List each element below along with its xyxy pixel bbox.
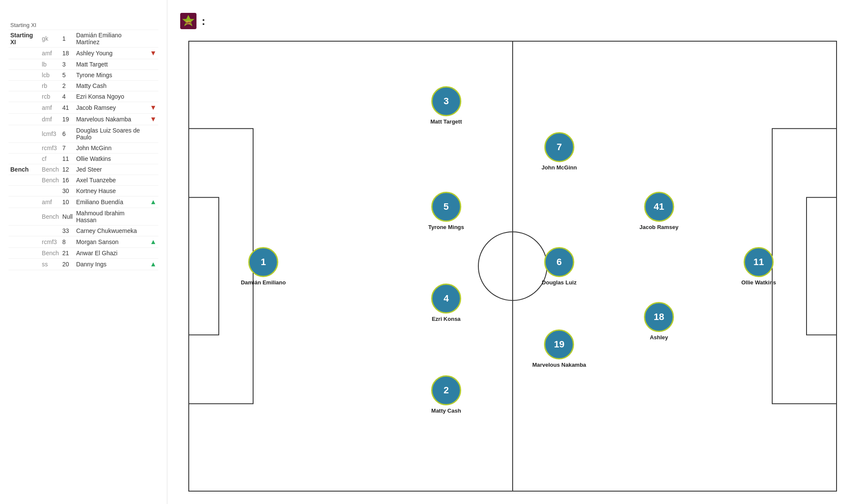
col-section: Starting XI	[9, 21, 40, 30]
row-pos: amf	[40, 102, 61, 114]
player-circle: 41	[644, 192, 674, 222]
row-pos: gk	[40, 30, 61, 48]
player-node: 11Ollie Watkins	[741, 247, 776, 286]
row-section	[9, 102, 40, 114]
row-name: Ollie Watkins	[74, 154, 148, 164]
row-pos: rcb	[40, 91, 61, 102]
row-name: Morgan Sanson	[74, 236, 148, 248]
row-arrow	[148, 154, 158, 164]
table-row: ss20Danny Ings▲	[9, 259, 158, 270]
row-name: Emiliano Buendía	[74, 196, 148, 208]
player-node: 6Douglas Luiz	[542, 247, 577, 286]
row-pos: amf	[40, 48, 61, 59]
row-num: 30	[60, 186, 74, 196]
player-node: 1Damián Emiliano	[241, 247, 286, 286]
row-pos: lcmf3	[40, 125, 61, 143]
row-num: 5	[60, 70, 74, 81]
player-name-label: Ashley	[650, 334, 668, 341]
player-node: 4Ezri Konsa	[431, 284, 461, 322]
row-arrow	[148, 208, 158, 226]
row-section	[9, 91, 40, 102]
table-row: Bench16Axel Tuanzebe	[9, 175, 158, 186]
table-row: dmf19Marvelous Nakamba▼	[9, 114, 158, 125]
table-row: rb2Matty Cash	[9, 81, 158, 91]
row-arrow	[148, 175, 158, 186]
player-node: 19Marvelous Nakamba	[532, 329, 586, 368]
player-name-label: Damián Emiliano	[241, 279, 286, 286]
col-pos	[40, 21, 61, 30]
row-pos: lb	[40, 59, 61, 70]
row-arrow	[148, 91, 158, 102]
row-pos: cf	[40, 154, 61, 164]
table-row: rcmf37John McGinn	[9, 143, 158, 154]
row-name: Jacob Ramsey	[74, 102, 148, 114]
player-node: 41Jacob Ramsey	[639, 192, 678, 230]
table-row: 33Carney Chukwuemeka	[9, 226, 158, 236]
row-num: 18	[60, 48, 74, 59]
row-pos: ss	[40, 259, 61, 270]
row-name: Ezri Konsa Ngoyo	[74, 91, 148, 102]
row-num: 4	[60, 91, 74, 102]
row-pos: rb	[40, 81, 61, 91]
row-num: 7	[60, 143, 74, 154]
row-name: Axel Tuanzebe	[74, 175, 148, 186]
player-name-label: Ollie Watkins	[741, 279, 776, 286]
col-arrow	[148, 21, 158, 30]
row-num: Null	[60, 208, 74, 226]
player-node: 18Ashley	[644, 302, 674, 341]
row-section: Starting XI	[9, 30, 40, 48]
row-pos	[40, 226, 61, 236]
row-arrow: ▼	[148, 102, 158, 114]
player-name-label: Ezri Konsa	[432, 316, 460, 322]
table-row: cf11Ollie Watkins	[9, 154, 158, 164]
row-section	[9, 143, 40, 154]
row-num: 41	[60, 102, 74, 114]
table-row: Bench21Anwar El Ghazi	[9, 248, 158, 259]
row-section	[9, 236, 40, 248]
player-circle: 3	[431, 86, 461, 116]
row-name: Carney Chukwuemeka	[74, 226, 148, 236]
team-badge: AVFC	[180, 13, 196, 29]
row-num: 3	[60, 59, 74, 70]
row-arrow	[148, 143, 158, 154]
row-section	[9, 70, 40, 81]
row-section	[9, 208, 40, 226]
row-arrow	[148, 30, 158, 48]
row-num: 8	[60, 236, 74, 248]
row-section	[9, 226, 40, 236]
row-pos: Bench	[40, 208, 61, 226]
row-arrow: ▲	[148, 236, 158, 248]
table-row: amf18Ashley Young▼	[9, 48, 158, 59]
row-arrow	[148, 186, 158, 196]
right-panel: AVFC : 1Damián Emiliano3Matt Targett5Tyr…	[167, 0, 858, 504]
table-row: 30Kortney Hause	[9, 186, 158, 196]
row-name: Mahmoud Ibrahim Hassan	[74, 208, 148, 226]
player-node: 3Matt Targett	[430, 86, 462, 125]
row-name: Marvelous Nakamba	[74, 114, 148, 125]
player-name-label: John McGinn	[541, 164, 577, 171]
player-circle: 18	[644, 302, 674, 332]
row-num: 20	[60, 259, 74, 270]
row-name: Douglas Luiz Soares de Paulo	[74, 125, 148, 143]
player-circle: 2	[431, 375, 461, 405]
player-circle: 4	[431, 284, 461, 314]
table-row: lb3Matt Targett	[9, 59, 158, 70]
row-name: John McGinn	[74, 143, 148, 154]
row-arrow	[148, 248, 158, 259]
row-name: Anwar El Ghazi	[74, 248, 148, 259]
table-row: lcmf36Douglas Luiz Soares de Paulo	[9, 125, 158, 143]
player-circle: 19	[544, 329, 574, 359]
row-num: 33	[60, 226, 74, 236]
row-section	[9, 81, 40, 91]
row-section	[9, 248, 40, 259]
player-name-label: Douglas Luiz	[542, 279, 577, 286]
row-pos: rcmf3	[40, 236, 61, 248]
pitch-title: :	[202, 15, 205, 28]
row-name: Matt Targett	[74, 59, 148, 70]
player-node: 7John McGinn	[541, 132, 577, 171]
formation-separator: :	[202, 15, 205, 27]
row-pos: Bench	[40, 164, 61, 175]
row-arrow	[148, 70, 158, 81]
player-circle: 7	[544, 132, 574, 162]
row-num: 12	[60, 164, 74, 175]
